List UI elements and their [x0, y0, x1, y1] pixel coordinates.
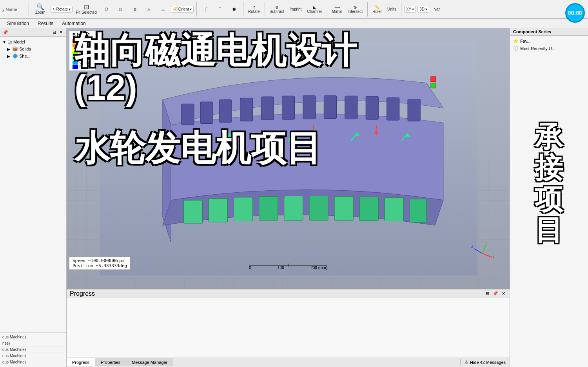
main-area: 📌 ⊟ ✕ ▼ 🗂 Model ▶ 📦 Solids ▶ 🔷 She... — [0, 28, 588, 367]
menubar: Simulation Results Automation — [0, 19, 588, 28]
var-button[interactable]: var — [431, 6, 443, 12]
tree-label-shells: She... — [19, 54, 31, 58]
list-item-0[interactable]: ous Machine) — [2, 334, 64, 340]
mirror-button[interactable]: ⟺ Mirror — [330, 4, 344, 14]
fit-selected-button[interactable]: ⊡ Fit Selected — [74, 3, 99, 15]
svg-rect-19 — [334, 197, 353, 221]
menu-automation[interactable]: Automation — [58, 20, 90, 27]
tab-properties[interactable]: Properties — [95, 358, 126, 366]
toolbar-sep-6 — [367, 2, 368, 16]
tab-message-manager[interactable]: Message Manager — [126, 358, 173, 366]
toolbar-sep-7 — [401, 2, 401, 16]
menu-results[interactable]: Results — [34, 20, 57, 27]
speed-display: Speed =100.000000rpm Position =5.333333d… — [69, 257, 131, 270]
hide-messages-button[interactable]: ⚠ Hide 42 Messages — [460, 359, 510, 365]
right-item-favorites[interactable]: ⭐ Fav... — [512, 37, 586, 45]
scale-line — [249, 265, 327, 266]
list-item-1[interactable]: nes) — [2, 340, 64, 347]
axes-indicator: X Y Z — [470, 242, 494, 265]
left-panel-pin-btn[interactable]: ⊟ — [51, 29, 57, 35]
svg-line-37 — [482, 253, 492, 257]
viewport[interactable]: B [tesla] 0.7781 0.6489 0.5197 0.3906 0.… — [67, 28, 510, 289]
tree-label-model: Model — [13, 40, 25, 44]
chevron-down-icon: ▾ — [69, 7, 71, 11]
axes-svg: X Y Z — [470, 242, 494, 265]
left-panel: 📌 ⊟ ✕ ▼ 🗂 Model ▶ 📦 Solids ▶ 🔷 She... — [0, 28, 67, 367]
bottom-panel: Progress ⊟ 📌 ✕ Progress Properties Messa… — [67, 289, 510, 367]
tab-progress[interactable]: Progress — [67, 358, 95, 366]
intersect-button[interactable]: ⊗ Intersect — [346, 4, 365, 14]
center-area: B [tesla] 0.7781 0.6489 0.5197 0.3906 0.… — [67, 28, 510, 367]
tb-shape-btn[interactable]: ⬟ — [228, 6, 240, 12]
3d-model-view — [67, 28, 510, 289]
chamfer-button[interactable]: ◣ Chamfer — [305, 4, 324, 14]
right-item-recent[interactable]: 🕐 Most Recently U... — [512, 45, 586, 52]
progress-pin-btn[interactable]: ⊟ — [485, 291, 490, 296]
timer-label: 00:00 — [568, 10, 582, 16]
rotate-dropdown[interactable]: ↻ Rotate ▾ — [51, 6, 73, 13]
svg-rect-18 — [309, 196, 328, 221]
units-button[interactable]: Units — [385, 6, 398, 12]
tree-node-solids[interactable]: ▶ 📦 Solids — [1, 45, 65, 52]
favorites-icon: ⭐ — [513, 38, 519, 43]
svg-rect-21 — [385, 198, 403, 221]
rotate2-button[interactable]: ↺ Rotate — [246, 4, 261, 14]
svg-rect-15 — [234, 197, 252, 221]
rotate2-icon: ↺ — [252, 5, 256, 9]
position-value: Position =5.333333deg — [73, 263, 127, 268]
list-item-2[interactable]: ous Machine) — [2, 347, 64, 353]
tree-label-solids: Solids — [19, 47, 31, 51]
subtract-button[interactable]: ⊖ Subtract — [268, 4, 286, 14]
svg-text:Z: Z — [471, 245, 474, 249]
xy-dropdown[interactable]: XY ▾ — [404, 6, 416, 13]
toolbar-sep-5 — [327, 2, 327, 16]
subtract-icon: ⊖ — [275, 5, 278, 9]
orient-dropdown[interactable]: 🧭 Orient ▾ — [171, 6, 194, 13]
tb-icon-btn-3[interactable]: ⊕ — [129, 6, 141, 12]
tb-icon-btn-5[interactable]: ⌓ — [157, 6, 169, 13]
progress-header: Progress ⊟ 📌 ✕ — [67, 289, 510, 298]
svg-rect-10 — [366, 96, 378, 119]
left-panel-header: 📌 ⊟ ✕ — [0, 28, 66, 37]
3d-dropdown[interactable]: 3D ▾ — [417, 6, 429, 13]
chamfer-icon: ◣ — [313, 5, 316, 9]
tb-icon-btn-4[interactable]: △ — [143, 6, 155, 12]
zoom-group: 🔍 Zoom — [32, 3, 49, 15]
list-item-4[interactable]: ous Machine) — [2, 359, 64, 365]
ruler-button[interactable]: 📏 Ruler — [370, 4, 384, 14]
tb-icon-btn-1[interactable]: ⬡ — [100, 6, 113, 12]
shells-icon: 🔷 — [12, 53, 18, 59]
zoom-button[interactable]: 🔍 Zoom — [33, 3, 47, 15]
tb-arc-btn[interactable]: ∫ — [200, 6, 212, 12]
right-panel-header: Component Series — [510, 28, 588, 36]
svg-rect-1 — [181, 104, 194, 125]
svg-rect-11 — [387, 98, 399, 121]
svg-line-39 — [482, 245, 486, 253]
tree-node-shells[interactable]: ▶ 🔷 She... — [1, 52, 65, 60]
toolbar: y Name 🔍 Zoom ↻ Rotate ▾ ⊡ Fit Selected … — [0, 0, 588, 19]
timer-circle: 00:00 — [565, 3, 585, 23]
progress-close-btn[interactable]: ✕ — [501, 291, 506, 296]
scale-tick-50 — [288, 264, 289, 267]
menu-simulation[interactable]: Simulation — [3, 20, 33, 27]
svg-rect-20 — [359, 197, 378, 221]
imprint-button[interactable]: Imprint — [288, 6, 304, 12]
svg-rect-8 — [324, 96, 336, 119]
fit-selected-icon: ⊡ — [84, 4, 89, 10]
tb-arc2-btn[interactable]: ⌒ — [214, 6, 226, 13]
svg-rect-6 — [282, 96, 294, 119]
toolbar-sep-1 — [29, 2, 29, 16]
progress-dock-btn[interactable]: 📌 — [492, 291, 499, 296]
svg-rect-3 — [219, 100, 232, 123]
chevron-down-icon-2: ▾ — [190, 7, 192, 11]
toolbar-sep-4 — [265, 2, 265, 16]
mirror-icon: ⟺ — [334, 5, 340, 9]
tb-icon-btn-2[interactable]: ◎ — [114, 6, 127, 12]
list-item-3[interactable]: ous Machine) — [2, 353, 64, 359]
progress-title: Progress — [70, 290, 95, 297]
svg-rect-36 — [430, 83, 436, 88]
tree-expand-model: ▼ — [2, 40, 6, 44]
left-panel-close-btn[interactable]: ✕ — [58, 29, 64, 35]
tree-node-model[interactable]: ▼ 🗂 Model — [1, 38, 65, 45]
svg-rect-22 — [410, 199, 426, 222]
